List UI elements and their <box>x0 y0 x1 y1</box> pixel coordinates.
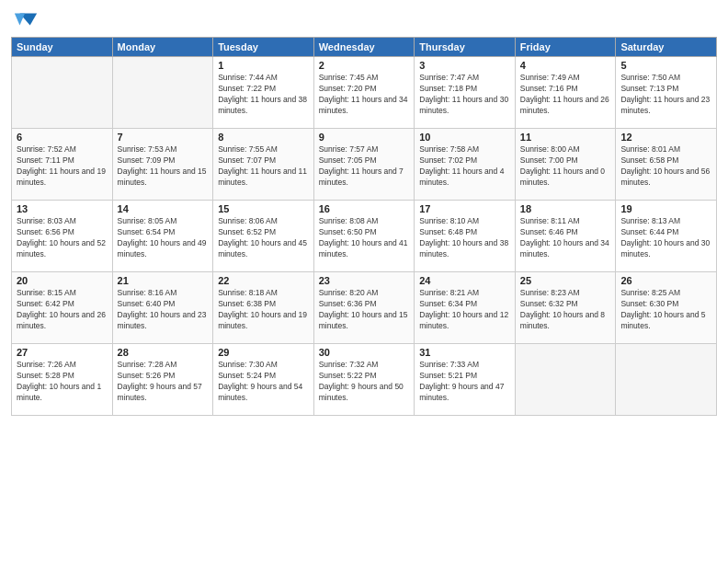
day-info: Sunrise: 7:30 AM Sunset: 5:24 PM Dayligh… <box>218 360 309 404</box>
calendar-cell: 13Sunrise: 8:03 AM Sunset: 6:56 PM Dayli… <box>12 201 113 272</box>
day-number: 25 <box>520 275 611 286</box>
weekday-header-thursday: Thursday <box>415 38 516 57</box>
day-info: Sunrise: 8:11 AM Sunset: 6:46 PM Dayligh… <box>520 216 611 260</box>
day-info: Sunrise: 8:15 AM Sunset: 6:42 PM Dayligh… <box>17 288 108 332</box>
day-info: Sunrise: 8:16 AM Sunset: 6:40 PM Dayligh… <box>118 288 209 332</box>
weekday-header-wednesday: Wednesday <box>313 38 415 57</box>
calendar-table: SundayMondayTuesdayWednesdayThursdayFrid… <box>11 37 717 416</box>
weekday-header-monday: Monday <box>112 38 213 57</box>
calendar-cell <box>515 344 616 416</box>
calendar-cell: 1Sunrise: 7:44 AM Sunset: 7:22 PM Daylig… <box>213 57 314 129</box>
day-number: 9 <box>319 132 410 143</box>
day-number: 26 <box>620 275 711 286</box>
day-info: Sunrise: 7:57 AM Sunset: 7:05 PM Dayligh… <box>319 144 410 189</box>
day-number: 22 <box>218 275 309 286</box>
day-info: Sunrise: 8:00 AM Sunset: 7:00 PM Dayligh… <box>520 144 611 189</box>
calendar-cell: 12Sunrise: 8:01 AM Sunset: 6:58 PM Dayli… <box>616 129 717 201</box>
calendar-cell: 27Sunrise: 7:26 AM Sunset: 5:28 PM Dayli… <box>12 344 113 416</box>
day-number: 16 <box>319 203 410 214</box>
day-number: 18 <box>520 203 611 214</box>
day-number: 27 <box>17 347 108 358</box>
day-number: 21 <box>118 275 209 286</box>
day-info: Sunrise: 7:50 AM Sunset: 7:13 PM Dayligh… <box>620 73 711 117</box>
calendar-cell: 10Sunrise: 7:58 AM Sunset: 7:02 PM Dayli… <box>415 129 516 201</box>
day-info: Sunrise: 8:23 AM Sunset: 6:32 PM Dayligh… <box>520 288 611 332</box>
weekday-header-saturday: Saturday <box>616 38 717 57</box>
day-info: Sunrise: 7:53 AM Sunset: 7:09 PM Dayligh… <box>118 144 209 189</box>
day-info: Sunrise: 7:44 AM Sunset: 7:22 PM Dayligh… <box>218 73 309 117</box>
day-info: Sunrise: 8:10 AM Sunset: 6:48 PM Dayligh… <box>419 216 510 260</box>
page: SundayMondayTuesdayWednesdayThursdayFrid… <box>0 0 728 563</box>
day-number: 5 <box>620 60 711 71</box>
day-number: 6 <box>17 132 108 143</box>
calendar-cell: 23Sunrise: 8:20 AM Sunset: 6:36 PM Dayli… <box>313 272 415 344</box>
day-info: Sunrise: 7:55 AM Sunset: 7:07 PM Dayligh… <box>218 144 309 189</box>
calendar-cell: 18Sunrise: 8:11 AM Sunset: 6:46 PM Dayli… <box>515 201 616 272</box>
day-number: 12 <box>620 132 711 143</box>
header <box>11 9 717 29</box>
calendar-cell: 15Sunrise: 8:06 AM Sunset: 6:52 PM Dayli… <box>213 201 314 272</box>
weekday-header-friday: Friday <box>515 38 616 57</box>
weekday-header-sunday: Sunday <box>12 38 113 57</box>
day-info: Sunrise: 7:26 AM Sunset: 5:28 PM Dayligh… <box>17 360 108 404</box>
day-info: Sunrise: 7:33 AM Sunset: 5:21 PM Dayligh… <box>419 360 510 404</box>
day-info: Sunrise: 8:08 AM Sunset: 6:50 PM Dayligh… <box>319 216 410 260</box>
day-number: 20 <box>17 275 108 286</box>
day-number: 17 <box>419 203 510 214</box>
day-info: Sunrise: 7:47 AM Sunset: 7:18 PM Dayligh… <box>419 73 510 117</box>
day-info: Sunrise: 7:58 AM Sunset: 7:02 PM Dayligh… <box>419 144 510 189</box>
day-info: Sunrise: 8:13 AM Sunset: 6:44 PM Dayligh… <box>620 216 711 260</box>
day-number: 3 <box>419 60 510 71</box>
calendar-cell: 11Sunrise: 8:00 AM Sunset: 7:00 PM Dayli… <box>515 129 616 201</box>
day-info: Sunrise: 7:52 AM Sunset: 7:11 PM Dayligh… <box>17 144 108 189</box>
calendar-cell: 22Sunrise: 8:18 AM Sunset: 6:38 PM Dayli… <box>213 272 314 344</box>
day-info: Sunrise: 7:49 AM Sunset: 7:16 PM Dayligh… <box>520 73 611 117</box>
calendar-cell: 29Sunrise: 7:30 AM Sunset: 5:24 PM Dayli… <box>213 344 314 416</box>
logo <box>11 9 39 29</box>
calendar-cell <box>616 344 717 416</box>
logo-icon <box>13 9 39 29</box>
day-number: 30 <box>319 347 410 358</box>
day-info: Sunrise: 7:45 AM Sunset: 7:20 PM Dayligh… <box>319 73 410 117</box>
calendar-cell: 17Sunrise: 8:10 AM Sunset: 6:48 PM Dayli… <box>415 201 516 272</box>
day-info: Sunrise: 7:28 AM Sunset: 5:26 PM Dayligh… <box>118 360 209 404</box>
calendar-cell: 2Sunrise: 7:45 AM Sunset: 7:20 PM Daylig… <box>313 57 415 129</box>
day-number: 29 <box>218 347 309 358</box>
calendar-cell: 24Sunrise: 8:21 AM Sunset: 6:34 PM Dayli… <box>415 272 516 344</box>
day-info: Sunrise: 8:21 AM Sunset: 6:34 PM Dayligh… <box>419 288 510 332</box>
calendar-cell: 7Sunrise: 7:53 AM Sunset: 7:09 PM Daylig… <box>112 129 213 201</box>
day-number: 10 <box>419 132 510 143</box>
calendar-cell: 19Sunrise: 8:13 AM Sunset: 6:44 PM Dayli… <box>616 201 717 272</box>
day-info: Sunrise: 8:05 AM Sunset: 6:54 PM Dayligh… <box>118 216 209 260</box>
week-row-4: 20Sunrise: 8:15 AM Sunset: 6:42 PM Dayli… <box>12 272 717 344</box>
day-info: Sunrise: 8:20 AM Sunset: 6:36 PM Dayligh… <box>319 288 410 332</box>
day-number: 24 <box>419 275 510 286</box>
calendar-cell: 3Sunrise: 7:47 AM Sunset: 7:18 PM Daylig… <box>415 57 516 129</box>
day-number: 1 <box>218 60 309 71</box>
week-row-3: 13Sunrise: 8:03 AM Sunset: 6:56 PM Dayli… <box>12 201 717 272</box>
day-info: Sunrise: 8:06 AM Sunset: 6:52 PM Dayligh… <box>218 216 309 260</box>
week-row-1: 1Sunrise: 7:44 AM Sunset: 7:22 PM Daylig… <box>12 57 717 129</box>
calendar-cell: 26Sunrise: 8:25 AM Sunset: 6:30 PM Dayli… <box>616 272 717 344</box>
weekday-header-row: SundayMondayTuesdayWednesdayThursdayFrid… <box>12 38 717 57</box>
calendar-cell: 6Sunrise: 7:52 AM Sunset: 7:11 PM Daylig… <box>12 129 113 201</box>
day-number: 15 <box>218 203 309 214</box>
calendar-cell: 16Sunrise: 8:08 AM Sunset: 6:50 PM Dayli… <box>313 201 415 272</box>
calendar-cell: 21Sunrise: 8:16 AM Sunset: 6:40 PM Dayli… <box>112 272 213 344</box>
week-row-5: 27Sunrise: 7:26 AM Sunset: 5:28 PM Dayli… <box>12 344 717 416</box>
calendar-cell: 14Sunrise: 8:05 AM Sunset: 6:54 PM Dayli… <box>112 201 213 272</box>
day-number: 31 <box>419 347 510 358</box>
day-number: 11 <box>520 132 611 143</box>
calendar-cell: 8Sunrise: 7:55 AM Sunset: 7:07 PM Daylig… <box>213 129 314 201</box>
day-number: 13 <box>17 203 108 214</box>
day-number: 14 <box>118 203 209 214</box>
calendar-cell: 9Sunrise: 7:57 AM Sunset: 7:05 PM Daylig… <box>313 129 415 201</box>
weekday-header-tuesday: Tuesday <box>213 38 314 57</box>
calendar-cell: 25Sunrise: 8:23 AM Sunset: 6:32 PM Dayli… <box>515 272 616 344</box>
day-info: Sunrise: 8:18 AM Sunset: 6:38 PM Dayligh… <box>218 288 309 332</box>
calendar-cell: 20Sunrise: 8:15 AM Sunset: 6:42 PM Dayli… <box>12 272 113 344</box>
day-number: 8 <box>218 132 309 143</box>
calendar-cell: 5Sunrise: 7:50 AM Sunset: 7:13 PM Daylig… <box>616 57 717 129</box>
calendar-cell <box>12 57 113 129</box>
day-number: 28 <box>118 347 209 358</box>
